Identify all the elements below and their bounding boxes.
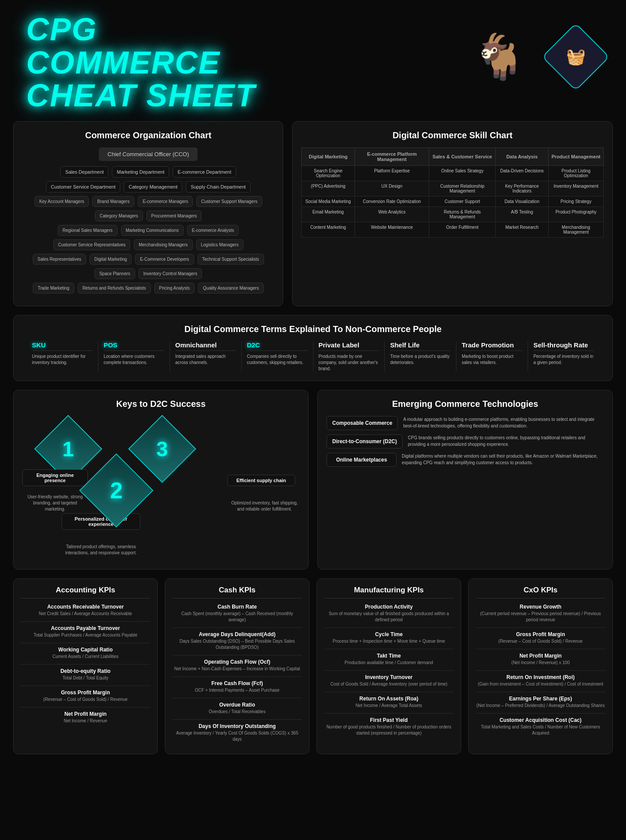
kpi-ocf-name: Operating Cash Flow (Ocf) (172, 659, 302, 665)
d2c-title: Keys to D2C Success (22, 399, 299, 409)
term-shelf-label: Shelf Life (390, 341, 451, 351)
skill-table: Digital Marketing E-commerce Platform Ma… (301, 147, 604, 238)
skill-r5c0: Content Marketing (302, 222, 355, 237)
kpi-ct-formula: Process time + Inspection time + Move ti… (324, 638, 454, 644)
kpi-der-formula: Total Debt / Total Equity (21, 675, 150, 681)
kpi-wcr: Working Capital Ratio Current Assets / C… (21, 647, 150, 660)
kpi-npm-cxo: Net Profit Margin (Net Income / Revenue)… (476, 653, 605, 666)
term-d2c-label: D2C (247, 341, 308, 351)
kpi-rg-formula: (Current period revenue – Previous perio… (476, 611, 605, 623)
skill-row-5: Content Marketing Website Maintenance Or… (302, 222, 604, 237)
term-sku: SKU Unique product identifier for invent… (27, 341, 98, 372)
kpi-tt: Takt Time Production available time / Cu… (324, 653, 454, 666)
kpi-roa-formula: Net Income / Average Total Assets (324, 703, 454, 709)
kpi-it: Inventory Turnover Cost of Goods Sold / … (324, 674, 454, 687)
emerging-desc-1: CPG brands selling products directly to … (408, 434, 604, 448)
org-r4-3: Technical Support Specialists (198, 254, 264, 265)
org-r2-5: Procurement Managers (146, 210, 202, 221)
cash-kpi-section: Cash KPIs Cash Burn Rate Cash Spent (mon… (165, 578, 310, 754)
skill-chart-title: Digital Commerce Skill Chart (301, 130, 604, 140)
kpi-npm-cxo-name: Net Profit Margin (476, 653, 605, 659)
kpi-add-formula: Days Sales Outstanding (DSO) – Best Poss… (172, 638, 302, 651)
kpi-pa-formula: Sum of monetary value of all finished go… (324, 611, 454, 623)
kpi-or: Overdue Ratio Overdues / Total Receivabl… (172, 702, 302, 715)
kpi-roi-formula: (Gain from investment – Cost of investme… (476, 681, 605, 687)
term-sell: Sell-through Rate Percentage of inventor… (528, 341, 599, 372)
org-r5-3: Returns and Refunds Specialists (78, 283, 151, 294)
diamond-3-num: 3 (156, 437, 168, 461)
kpi-fcf: Free Cash Flow (Fcf) OCF + Interest Paym… (172, 680, 302, 693)
diamond-1-num: 1 (63, 437, 74, 461)
kpi-rg: Revenue Growth (Current period revenue –… (476, 604, 605, 623)
skill-r1c1: Platform Expertise (355, 165, 429, 181)
kpi-roa-name: Return On Assets (Roa) (324, 696, 454, 702)
title-block: CPG COMMERCE CHEAT SHEET (26, 13, 267, 112)
top-charts: Commerce Organization Chart Chief Commer… (13, 121, 613, 306)
kpi-ct-name: Cycle Time (324, 631, 454, 637)
emerging-label-2: Online Marketplaces (327, 453, 396, 467)
org-r5-4: Pricing Analysts (154, 283, 195, 294)
manufacturing-kpi-title: Manufacturing KPIs (324, 586, 454, 598)
org-row5: Trade Marketing Returns and Refunds Spec… (22, 283, 274, 294)
kpi-row: Accounting KPIs Accounts Receivable Turn… (13, 578, 613, 754)
org-chart-section: Commerce Organization Chart Chief Commer… (13, 121, 283, 306)
kpi-fcf-formula: OCF + Interest Payments – Asset Purchase (172, 687, 302, 693)
org-row3: Regional Sales Managers Marketing Commun… (22, 225, 274, 250)
emerging-label-0: Composable Commerce (327, 416, 398, 430)
emerging-label-1: Direct-to-Consumer (D2C) (327, 434, 403, 448)
term-shelf: Shelf Life Time before a product's quali… (385, 341, 456, 372)
org-r2-4: Category Managers (95, 210, 143, 221)
kpi-rg-name: Revenue Growth (476, 604, 605, 610)
org-dept-2: E-commerce Department (173, 166, 236, 178)
term-d2c-desc: Companies sell directly to customers, sk… (247, 354, 308, 366)
kpi-tt-name: Takt Time (324, 653, 454, 659)
kpi-npm-acc: Net Profit Margin Net Income / Revenue (21, 711, 150, 724)
skill-col-0: Digital Marketing (302, 147, 355, 165)
org-r3-4: Merchandising Managers (134, 239, 192, 250)
kpi-roa: Return On Assets (Roa) Net Income / Aver… (324, 696, 454, 709)
d2c-section: Keys to D2C Success 1 2 3 Engaging onlin… (13, 390, 309, 570)
kpi-fpy: First Past Yield Number of good products… (324, 717, 454, 736)
kpi-or-name: Overdue Ratio (172, 702, 302, 708)
skill-r4c1: Web Analytics (355, 206, 429, 222)
lower-section: Keys to D2C Success 1 2 3 Engaging onlin… (13, 390, 613, 570)
kpi-npm-acc-name: Net Profit Margin (21, 711, 150, 717)
org-r3-3: Customer Service Representatives (53, 239, 131, 250)
kpi-fpy-name: First Past Yield (324, 717, 454, 723)
org-dept-1: Marketing Department (112, 166, 169, 178)
kpi-apt-name: Accounts Payable Turnover (21, 625, 150, 631)
skill-r3c0: Social Media Marketing (302, 196, 355, 206)
org-r4-1: Digital Marketing (90, 254, 132, 265)
kpi-gpm-cxo-name: Gross Profit Margin (476, 631, 605, 637)
org-row4: Sales Representatives Digital Marketing … (22, 254, 274, 279)
skill-r5c3: Market Research (495, 222, 548, 237)
kpi-fpy-formula: Number of good products finished / Numbe… (324, 724, 454, 736)
skill-col-3: Data Analysis (495, 147, 548, 165)
skill-r2c0: (PPC) Advertising (302, 181, 355, 196)
org-r5-1: Trade Marketing (33, 283, 74, 294)
skill-r1c3: Data-Driven Decisions (495, 165, 548, 181)
emerging-row-0: Composable Commerce A modular approach t… (327, 416, 604, 430)
skill-col-4: Product Management (549, 147, 604, 165)
header: CPG COMMERCE CHEAT SHEET 🐐 🧺 (0, 0, 626, 117)
term-sku-desc: Unique product identifier for inventory … (32, 354, 93, 366)
accounting-kpi-section: Accounting KPIs Accounts Receivable Turn… (13, 578, 158, 754)
term-omni-label: Omnichannel (175, 341, 236, 351)
kpi-der-name: Debt-to-equity Ratio (21, 668, 150, 674)
org-r2-0: Key Account Managers (35, 196, 89, 207)
term-sku-label: SKU (32, 341, 93, 351)
accounting-kpi-title: Accounting KPIs (21, 586, 150, 598)
term-pos-desc: Location where customers complete transa… (104, 354, 164, 366)
skill-chart-section: Digital Commerce Skill Chart Digital Mar… (292, 121, 613, 306)
term-pl: Private Label Products made by one compa… (313, 341, 385, 372)
kpi-ocf-formula: Net Income + Non-Cash Expenses – Increas… (172, 666, 302, 672)
org-r2-1: Brand Managers (92, 196, 134, 207)
skill-r3c2: Customer Support (429, 196, 496, 206)
d2c-desc-2: Tailored product offerings, seamless int… (55, 544, 147, 556)
skill-r4c4: Product Photography (549, 206, 604, 222)
emerging-section: Emerging Commerce Technologies Composabl… (317, 390, 613, 570)
terms-section: Digital Commerce Terms Explained To Non-… (13, 315, 613, 381)
org-row2: Key Account Managers Brand Managers E-co… (22, 196, 274, 221)
skill-r3c1: Conversion Rate Optimization (355, 196, 429, 206)
term-trade-desc: Marketing to boost product sales via ret… (462, 354, 522, 366)
